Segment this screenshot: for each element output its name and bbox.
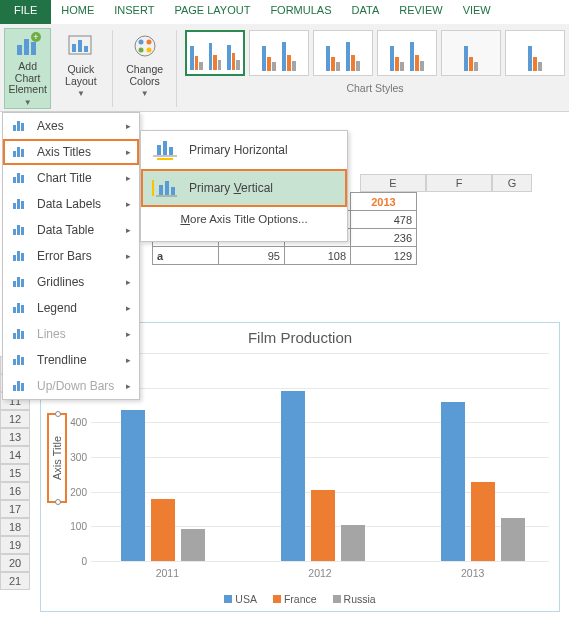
svg-rect-21 xyxy=(17,173,20,183)
cell[interactable]: a xyxy=(153,247,219,265)
menu-item-gridlines[interactable]: Gridlines▸ xyxy=(3,269,139,295)
legend-item[interactable]: France xyxy=(273,593,317,605)
row-header[interactable]: 14 xyxy=(0,446,30,464)
chart-style-4[interactable] xyxy=(377,30,437,76)
svg-rect-19 xyxy=(21,149,24,157)
menu-item-legend[interactable]: Legend▸ xyxy=(3,295,139,321)
chart-icon xyxy=(11,248,29,264)
chart-styles-label: Chart Styles xyxy=(185,78,565,94)
bar-russia[interactable] xyxy=(181,529,205,561)
x-tick-label: 2011 xyxy=(156,567,179,579)
x-tick-label: 2013 xyxy=(461,567,484,579)
row-header[interactable]: 15 xyxy=(0,464,30,482)
legend-item[interactable]: USA xyxy=(224,593,257,605)
menu-item-up-down-bars: Up/Down Bars▸ xyxy=(3,373,139,399)
submenu-arrow-icon: ▸ xyxy=(126,381,131,391)
chart-styles-gallery: Chart Styles xyxy=(185,28,565,109)
tab-home[interactable]: HOME xyxy=(51,0,104,24)
menu-item-trendline[interactable]: Trendline▸ xyxy=(3,347,139,373)
chart-icon xyxy=(11,274,29,290)
tab-view[interactable]: VIEW xyxy=(453,0,501,24)
svg-rect-1 xyxy=(24,39,29,55)
submenu-arrow-icon: ▸ xyxy=(126,199,131,209)
bar-france[interactable] xyxy=(471,482,495,561)
svg-rect-53 xyxy=(159,185,163,195)
menu-item-axes[interactable]: Axes▸ xyxy=(3,113,139,139)
quick-layout-label: Quick Layout xyxy=(59,64,102,87)
chart-style-1[interactable] xyxy=(185,30,245,76)
svg-rect-6 xyxy=(72,44,76,52)
tab-page-layout[interactable]: PAGE LAYOUT xyxy=(164,0,260,24)
row-header[interactable]: 20 xyxy=(0,554,30,572)
bar-russia[interactable] xyxy=(341,525,365,561)
col-header[interactable]: G xyxy=(492,174,532,192)
row-header[interactable]: 21 xyxy=(0,572,30,590)
menu-item-error-bars[interactable]: Error Bars▸ xyxy=(3,243,139,269)
menu-item-chart-title[interactable]: Chart Title▸ xyxy=(3,165,139,191)
row-header[interactable]: 12 xyxy=(0,410,30,428)
cell[interactable]: 129 xyxy=(351,247,417,265)
menu-item-axis-titles[interactable]: Axis Titles▸ xyxy=(3,139,139,165)
svg-rect-22 xyxy=(21,175,24,183)
svg-rect-17 xyxy=(13,151,16,157)
svg-rect-38 xyxy=(13,333,16,339)
svg-rect-33 xyxy=(17,277,20,287)
svg-rect-48 xyxy=(163,141,167,155)
tab-formulas[interactable]: FORMULAS xyxy=(260,0,341,24)
cell[interactable]: 108 xyxy=(285,247,351,265)
bar-france[interactable] xyxy=(151,499,175,561)
svg-rect-37 xyxy=(21,305,24,313)
svg-text:+: + xyxy=(33,32,38,42)
submenu-arrow-icon: ▸ xyxy=(126,173,131,183)
tab-data[interactable]: DATA xyxy=(342,0,390,24)
col-header[interactable]: E xyxy=(360,174,426,192)
menu-item-label: Chart Title xyxy=(37,171,118,185)
cell[interactable]: 478 xyxy=(351,211,417,229)
row-header[interactable]: 16 xyxy=(0,482,30,500)
chart-style-2[interactable] xyxy=(249,30,309,76)
primary-vertical-item[interactable]: Primary Vertical xyxy=(141,169,347,207)
cell[interactable]: 236 xyxy=(351,229,417,247)
y-tick-label: 300 xyxy=(70,452,87,463)
menu-item-data-labels[interactable]: Data Labels▸ xyxy=(3,191,139,217)
legend-item[interactable]: Russia xyxy=(333,593,376,605)
tab-review[interactable]: REVIEW xyxy=(389,0,452,24)
chart-style-6[interactable] xyxy=(505,30,565,76)
svg-rect-35 xyxy=(13,307,16,313)
tab-file[interactable]: FILE xyxy=(0,0,51,24)
more-axis-title-options[interactable]: More Axis Title Options... xyxy=(141,207,347,231)
menu-item-label: Legend xyxy=(37,301,118,315)
chart-legend[interactable]: USAFranceRussia xyxy=(41,593,559,605)
bar-russia[interactable] xyxy=(501,518,525,561)
tab-insert[interactable]: INSERT xyxy=(104,0,164,24)
quick-layout-button[interactable]: Quick Layout ▼ xyxy=(57,28,104,109)
cell-year[interactable]: 2013 xyxy=(351,193,417,211)
cell[interactable]: 95 xyxy=(219,247,285,265)
chart-icon xyxy=(11,118,29,134)
row-header[interactable]: 19 xyxy=(0,536,30,554)
change-colors-button[interactable]: Change Colors ▼ xyxy=(121,28,168,109)
row-header[interactable]: 17 xyxy=(0,500,30,518)
col-header[interactable]: F xyxy=(426,174,492,192)
svg-rect-51 xyxy=(157,158,173,160)
primary-horizontal-item[interactable]: Primary Horizontal xyxy=(141,131,347,169)
bar-group xyxy=(441,402,525,561)
chart-style-5[interactable] xyxy=(441,30,501,76)
bar-usa[interactable] xyxy=(121,410,145,561)
add-chart-element-button[interactable]: + Add Chart Element ▼ xyxy=(4,28,51,109)
menu-item-data-table[interactable]: Data Table▸ xyxy=(3,217,139,243)
svg-rect-23 xyxy=(13,203,16,209)
row-header[interactable]: 18 xyxy=(0,518,30,536)
row-header[interactable]: 13 xyxy=(0,428,30,446)
bar-usa[interactable] xyxy=(281,391,305,561)
chart-icon xyxy=(11,378,29,394)
menu-item-lines: Lines▸ xyxy=(3,321,139,347)
svg-rect-52 xyxy=(152,180,154,196)
bar-france[interactable] xyxy=(311,490,335,561)
bar-usa[interactable] xyxy=(441,402,465,561)
svg-rect-2 xyxy=(31,42,36,55)
menu-item-label: Data Table xyxy=(37,223,118,237)
chart-style-3[interactable] xyxy=(313,30,373,76)
chart-icon xyxy=(11,300,29,316)
svg-rect-46 xyxy=(21,383,24,391)
